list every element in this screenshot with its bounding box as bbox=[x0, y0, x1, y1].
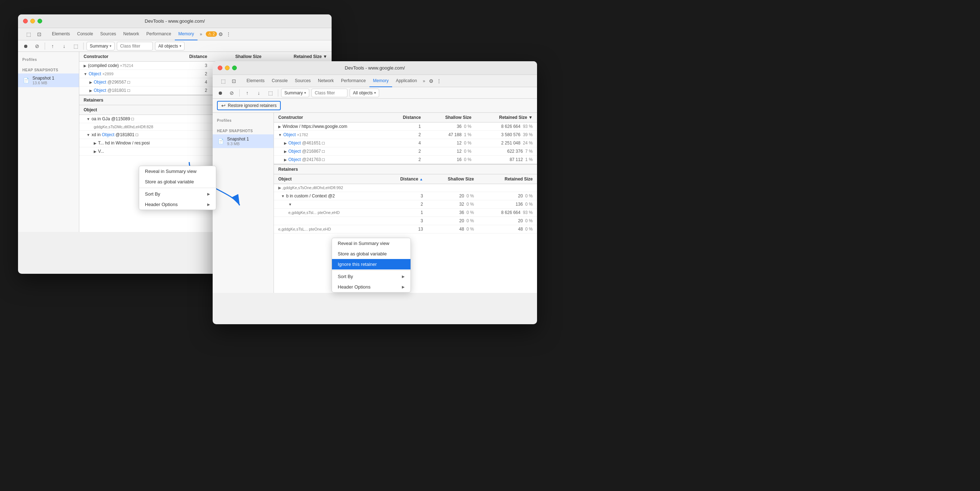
element-picker-icon[interactable]: ⬚ bbox=[24, 30, 33, 39]
ctx-separator-1 bbox=[139, 188, 216, 188]
snapshot-item-2[interactable]: 📄 Snapshot 1 9.3 MB bbox=[213, 134, 274, 148]
constructor-cell: ▼Object ×2899 bbox=[79, 70, 170, 78]
summary-dropdown-2[interactable]: Summary ▾ bbox=[281, 89, 309, 97]
restore-retainers-bar: ↩ Restore ignored retainers bbox=[213, 99, 537, 113]
ctx-sort-by-1[interactable]: Sort By ▶ bbox=[139, 189, 216, 199]
maximize-button-1[interactable] bbox=[38, 19, 42, 24]
tab-sources-2[interactable]: Sources bbox=[291, 75, 314, 87]
th-constructor-1: Constructor bbox=[79, 52, 170, 62]
minimize-button-1[interactable] bbox=[30, 19, 35, 24]
snapshot-name-2: Snapshot 1 bbox=[227, 137, 269, 141]
record-icon[interactable]: ⏺ bbox=[21, 41, 30, 51]
context-menu-1: Reveal in Summary view Store as global v… bbox=[139, 166, 216, 210]
table-row[interactable]: ▶Object @216867 □ 2 12 0 % 622 376 7 % bbox=[274, 147, 537, 156]
object-cell: ▶ ,gddgKe,sTsOne,dtlOhd,eHDfl:992 bbox=[274, 184, 381, 192]
tab-network-1[interactable]: Network bbox=[120, 28, 143, 40]
table-row[interactable]: ▶Window / https://www.google.com 1 36 0 … bbox=[274, 122, 537, 131]
table-row[interactable]: ▶Object @241763 □ 2 16 0 % 87 112 1 % bbox=[274, 156, 537, 164]
ctx-header-options-2[interactable]: Header Options ▶ bbox=[332, 282, 410, 292]
table-row[interactable]: e,gddgKe,sTsL... pteOne,eHD 13 48 0 % 48… bbox=[274, 225, 537, 234]
download-icon[interactable]: ↓ bbox=[59, 41, 69, 51]
minimize-button-2[interactable] bbox=[225, 65, 229, 70]
th-retained-2: Retained Size ▼ bbox=[476, 113, 537, 122]
th-distance-1: Distance bbox=[170, 52, 212, 62]
ctx-sort-by-2[interactable]: Sort By ▶ bbox=[332, 271, 410, 282]
table-row[interactable]: ▼ 2 32 0 % 136 0 % bbox=[274, 200, 537, 208]
device-toolbar-icon[interactable]: ⊡ bbox=[35, 30, 44, 39]
heap-snapshots-title-2: HEAP SNAPSHOTS bbox=[213, 126, 274, 134]
tab-performance-2[interactable]: Performance bbox=[337, 75, 369, 87]
upload-icon-2[interactable]: ↑ bbox=[243, 88, 252, 98]
ctx-ignore-retainer[interactable]: Ignore this retainer bbox=[332, 259, 410, 269]
stop-icon[interactable]: ⊘ bbox=[32, 41, 42, 51]
summary-dropdown-1[interactable]: Summary ▾ bbox=[86, 42, 115, 51]
heap-icon-2[interactable]: ⬚ bbox=[266, 88, 275, 98]
restore-icon: ↩ bbox=[221, 103, 226, 108]
table-row[interactable]: ▼Object ×1782 2 47 188 1 % 3 580 576 39 … bbox=[274, 131, 537, 139]
tab-console-1[interactable]: Console bbox=[73, 28, 97, 40]
all-objects-dropdown-2[interactable]: All objects ▾ bbox=[350, 89, 379, 97]
table-row[interactable]: e,gddgKe,sTsl... pteOne,eHD 1 36 0 % 8 6… bbox=[274, 208, 537, 217]
settings-icon-2[interactable]: ⚙ bbox=[428, 78, 435, 84]
window-title-1: DevTools - www.google.com/ bbox=[145, 18, 205, 24]
tab-elements-1[interactable]: Elements bbox=[48, 28, 73, 40]
tabs-more-1[interactable]: » bbox=[197, 32, 204, 37]
close-button-2[interactable] bbox=[218, 65, 223, 70]
restore-retainers-label: Restore ignored retainers bbox=[228, 103, 277, 108]
ctx-header-arrow-1: ▶ bbox=[207, 202, 210, 207]
devtools-tabs-1: ⬚ ⊡ Elements Console Sources Network Per… bbox=[18, 28, 332, 40]
table-row[interactable]: ▶ ,gddgKe,sTsOne,dtlOhd,eHDfl:992 bbox=[274, 184, 537, 192]
tab-console-2[interactable]: Console bbox=[268, 75, 291, 87]
ctx-reveal-summary-2[interactable]: Reveal in Summary view bbox=[332, 238, 410, 249]
ctx-store-global-1[interactable]: Store as global variable bbox=[139, 176, 216, 187]
record-icon-2[interactable]: ⏺ bbox=[216, 88, 225, 98]
heap-snapshots-title-1: HEAP SNAPSHOTS bbox=[18, 65, 79, 73]
close-button-1[interactable] bbox=[23, 19, 28, 24]
more-icon-1[interactable]: ⋮ bbox=[224, 31, 232, 37]
class-filter-input-2[interactable] bbox=[312, 89, 347, 97]
tab-memory-1[interactable]: Memory bbox=[175, 28, 197, 40]
tab-performance-1[interactable]: Performance bbox=[143, 28, 175, 40]
ctx-header-options-1[interactable]: Header Options ▶ bbox=[139, 199, 216, 210]
all-objects-dropdown-1[interactable]: All objects ▾ bbox=[155, 42, 185, 51]
ctx-store-global-2[interactable]: Store as global variable bbox=[332, 249, 410, 259]
element-picker-icon-2[interactable]: ⬚ bbox=[218, 76, 228, 86]
tabs-more-2[interactable]: » bbox=[421, 78, 428, 84]
ctx-sort-arrow-1: ▶ bbox=[207, 192, 210, 196]
object-cell: ▼b in custom / Context @2 bbox=[274, 192, 381, 200]
sidebar-1: Profiles HEAP SNAPSHOTS 📄 Snapshot 1 13.… bbox=[18, 52, 79, 232]
heap-icon[interactable]: ⬚ bbox=[71, 41, 80, 51]
ctx-reveal-label-2: Reveal in Summary view bbox=[338, 241, 389, 246]
traffic-lights-1[interactable] bbox=[23, 19, 42, 24]
tab-network-2[interactable]: Network bbox=[314, 75, 337, 87]
table-row[interactable]: ▶Object @461651 □ 4 12 0 % 2 251 048 24 … bbox=[274, 139, 537, 147]
upload-icon[interactable]: ↑ bbox=[48, 41, 57, 51]
ctx-ignore-label: Ignore this retainer bbox=[338, 262, 377, 267]
toolbar-1: ⏺ ⊘ ↑ ↓ ⬚ Summary ▾ All objects ▾ bbox=[18, 40, 332, 52]
stop-icon-2[interactable]: ⊘ bbox=[227, 88, 236, 98]
restore-retainers-button[interactable]: ↩ Restore ignored retainers bbox=[217, 101, 281, 110]
ctx-reveal-summary-1[interactable]: Reveal in Summary view bbox=[139, 166, 216, 176]
table-row[interactable]: ▼b in custom / Context @2 3 20 0 % 20 0 … bbox=[274, 192, 537, 200]
ctx-store-label-2: Store as global variable bbox=[338, 251, 387, 256]
table-row[interactable]: 3 20 0 % 20 0 % bbox=[274, 217, 537, 225]
settings-icon-1[interactable]: ⚙ bbox=[217, 31, 224, 37]
object-cell: ▼ bbox=[274, 200, 381, 208]
class-filter-input-1[interactable] bbox=[117, 42, 153, 51]
devtools-tabs-2: ⬚ ⊡ Elements Console Sources Network Per… bbox=[213, 75, 537, 87]
devtools-icons-left-1: ⬚ ⊡ bbox=[21, 30, 47, 39]
distance-cell: 4 bbox=[170, 78, 212, 86]
tab-elements-2[interactable]: Elements bbox=[243, 75, 268, 87]
tab-sources-1[interactable]: Sources bbox=[97, 28, 120, 40]
traffic-lights-2[interactable] bbox=[218, 65, 237, 70]
tab-application-2[interactable]: Application bbox=[392, 75, 421, 87]
more-icon-2[interactable]: ⋮ bbox=[435, 78, 443, 84]
separator-4 bbox=[278, 89, 278, 97]
download-icon-2[interactable]: ↓ bbox=[254, 88, 264, 98]
device-toolbar-icon-2[interactable]: ⊡ bbox=[229, 76, 239, 86]
maximize-button-2[interactable] bbox=[232, 65, 237, 70]
all-objects-label-1: All objects bbox=[158, 44, 178, 49]
tab-memory-2[interactable]: Memory bbox=[369, 75, 392, 87]
snapshot-item-1[interactable]: 📄 Snapshot 1 13.6 MB bbox=[18, 73, 79, 87]
th-shallow-2: Shallow Size bbox=[425, 113, 476, 122]
